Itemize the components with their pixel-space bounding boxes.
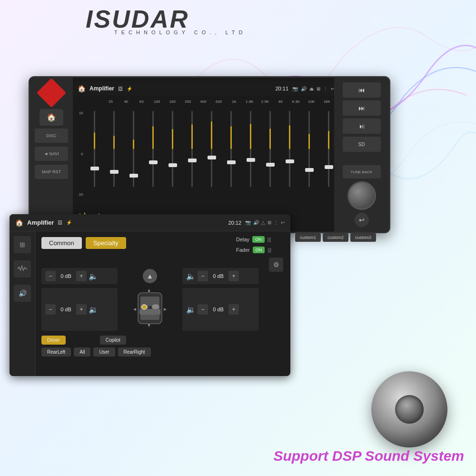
eq-slider-4K[interactable] bbox=[300, 111, 318, 197]
next-button[interactable]: ⏭ bbox=[343, 100, 381, 116]
eq-track bbox=[308, 111, 310, 187]
dsp-window-icon: ⊠ bbox=[268, 220, 271, 225]
equalizer-area: 25 40 63 100 160 250 400 630 1K 1.6K 2.5… bbox=[73, 96, 339, 229]
eq-handle[interactable] bbox=[227, 160, 236, 164]
play-pause-button[interactable]: ⏯ bbox=[343, 119, 381, 134]
specialty-tab[interactable]: Specialty bbox=[86, 237, 126, 249]
driver-button[interactable]: Driver bbox=[41, 336, 66, 345]
eq-handle[interactable] bbox=[266, 163, 275, 167]
fader-row: Fader ON ||| bbox=[236, 247, 271, 253]
home-button[interactable]: 🏠 bbox=[40, 109, 63, 126]
fader-on-badge[interactable]: ON bbox=[253, 247, 265, 253]
delay-fader-controls: Delay ON ||| Fader ON ||| bbox=[236, 236, 271, 257]
dsp-speaker-icon[interactable]: 🔊 bbox=[14, 285, 31, 302]
eq-label-630: 630 bbox=[211, 99, 226, 104]
custom-buttons-row: custom1 custom2 custom3 bbox=[295, 233, 376, 242]
sd-button[interactable]: SD bbox=[343, 137, 381, 152]
eq-handle[interactable] bbox=[247, 158, 255, 162]
top-right-plus-btn[interactable]: + bbox=[228, 271, 239, 281]
custom3-button[interactable]: custom3 bbox=[350, 233, 376, 242]
eq-label-1k6: 1.6K bbox=[242, 99, 257, 104]
dsp-wave-icon[interactable] bbox=[14, 260, 31, 278]
navi-button[interactable]: ◄ NAVI bbox=[35, 147, 68, 161]
screen-status-icons: 📷 🔊 ⏏ ⊠ ⋮ ↩ bbox=[292, 86, 335, 91]
eq-slider-160[interactable] bbox=[164, 111, 182, 197]
bottom-right-minus-btn[interactable]: − bbox=[198, 304, 208, 315]
rear-right-button[interactable]: RearRight bbox=[118, 347, 151, 357]
all-button[interactable]: All bbox=[74, 347, 90, 357]
eq-slider-2.5K[interactable] bbox=[281, 111, 299, 197]
dsp-usb-icon: ⚡ bbox=[66, 220, 72, 225]
eq-handle[interactable] bbox=[110, 170, 119, 174]
eq-label-25: 25 bbox=[103, 99, 118, 104]
dsp-header: 🏠 Amplifier 🖼 ⚡ 20:12 📷 🔊 △ ⊠ ⋮ ↩ bbox=[10, 214, 290, 231]
speaker-controls-grid: − 0 dB + 🔈 ▲ 🔈 − 0 dB + bbox=[41, 268, 285, 331]
eq-fill bbox=[250, 124, 251, 149]
common-tab[interactable]: Common bbox=[41, 237, 82, 249]
dsp-back-icon[interactable]: ↩ bbox=[281, 220, 285, 225]
disc-button[interactable]: DISC bbox=[35, 129, 68, 143]
eq-fill bbox=[230, 126, 232, 149]
bottom-right-speaker-control: 🔉 − 0 dB + bbox=[182, 288, 258, 331]
eq-handle[interactable] bbox=[129, 174, 138, 178]
brand-diamond[interactable] bbox=[37, 78, 66, 108]
eq-slider-1.6K[interactable] bbox=[261, 111, 279, 197]
settings-button[interactable]: ⚙ bbox=[269, 258, 283, 272]
eq-track bbox=[269, 111, 271, 187]
eq-handle[interactable] bbox=[325, 165, 333, 169]
delay-on-badge[interactable]: ON bbox=[252, 236, 265, 243]
map-rst-button[interactable]: MAP RST bbox=[35, 165, 68, 179]
top-right-minus-btn[interactable]: − bbox=[198, 271, 208, 281]
custom1-button[interactable]: custom1 bbox=[295, 233, 321, 242]
dsp-photo-icon: 🖼 bbox=[58, 220, 62, 225]
up-arrow-btn[interactable]: ▲ bbox=[143, 269, 157, 283]
bottom-left-minus-btn[interactable]: − bbox=[45, 304, 56, 315]
eq-slider-630[interactable] bbox=[222, 111, 240, 197]
eq-handle[interactable] bbox=[188, 159, 197, 162]
dsp-eq-icon[interactable]: ⊞ bbox=[14, 236, 31, 253]
eq-handle[interactable] bbox=[149, 160, 158, 164]
dsp-home-icon[interactable]: 🏠 bbox=[15, 219, 23, 227]
prev-button[interactable]: ⏮ bbox=[343, 82, 381, 98]
eq-slider-40[interactable] bbox=[105, 111, 123, 197]
top-right-db: 0 dB bbox=[210, 273, 227, 279]
eq-slider-63[interactable] bbox=[125, 111, 143, 197]
fader-bars-icon: ||| bbox=[268, 248, 271, 253]
rear-left-button[interactable]: RearLeft bbox=[41, 347, 71, 357]
eq-slider-400[interactable] bbox=[203, 111, 221, 197]
svg-text:▲: ▲ bbox=[147, 288, 151, 293]
custom2-button[interactable]: custom2 bbox=[323, 233, 348, 242]
eq-slider-250[interactable] bbox=[183, 111, 201, 197]
volume-knob[interactable] bbox=[347, 181, 376, 210]
eq-track bbox=[133, 111, 134, 187]
copilot-button[interactable]: Copilot bbox=[100, 336, 126, 345]
bottom-right-plus-btn[interactable]: + bbox=[228, 304, 239, 315]
top-center-arrow: ▲ bbox=[121, 268, 178, 284]
dsp-panel: 🏠 Amplifier 🖼 ⚡ 20:12 📷 🔊 △ ⊠ ⋮ ↩ ⊞ 🔊 bbox=[10, 214, 290, 376]
eq-slider-1K[interactable] bbox=[242, 111, 260, 197]
dsp-menu-icon[interactable]: ⋮ bbox=[274, 220, 278, 225]
eq-track bbox=[152, 111, 154, 187]
eq-y-minus10: -10 bbox=[78, 192, 83, 197]
eq-label-160: 160 bbox=[165, 99, 180, 104]
dsp-status-icons: 📷 🔊 △ ⊠ ⋮ ↩ bbox=[245, 220, 285, 225]
menu-icon[interactable]: ⋮ bbox=[323, 86, 328, 91]
bottom-right-speaker-icon: 🔉 bbox=[186, 305, 196, 314]
eq-slider-25[interactable] bbox=[86, 111, 104, 197]
bottom-left-db: 0 dB bbox=[58, 307, 74, 312]
eq-slider-100[interactable] bbox=[144, 111, 162, 197]
user-button[interactable]: User bbox=[93, 347, 115, 357]
eq-handle[interactable] bbox=[305, 168, 314, 172]
eq-handle[interactable] bbox=[169, 163, 177, 167]
eq-handle[interactable] bbox=[90, 167, 99, 170]
eq-fill bbox=[269, 129, 271, 149]
back-button[interactable]: ↩ bbox=[355, 213, 369, 227]
eq-track bbox=[230, 111, 232, 187]
eq-handle[interactable] bbox=[286, 159, 294, 163]
top-left-minus-btn[interactable]: − bbox=[45, 271, 56, 281]
bottom-left-plus-btn[interactable]: + bbox=[76, 304, 87, 315]
top-left-plus-btn[interactable]: + bbox=[76, 271, 87, 281]
eq-handle[interactable] bbox=[208, 156, 216, 159]
eq-fill bbox=[328, 131, 329, 149]
screen-home-icon[interactable]: 🏠 bbox=[78, 85, 86, 92]
